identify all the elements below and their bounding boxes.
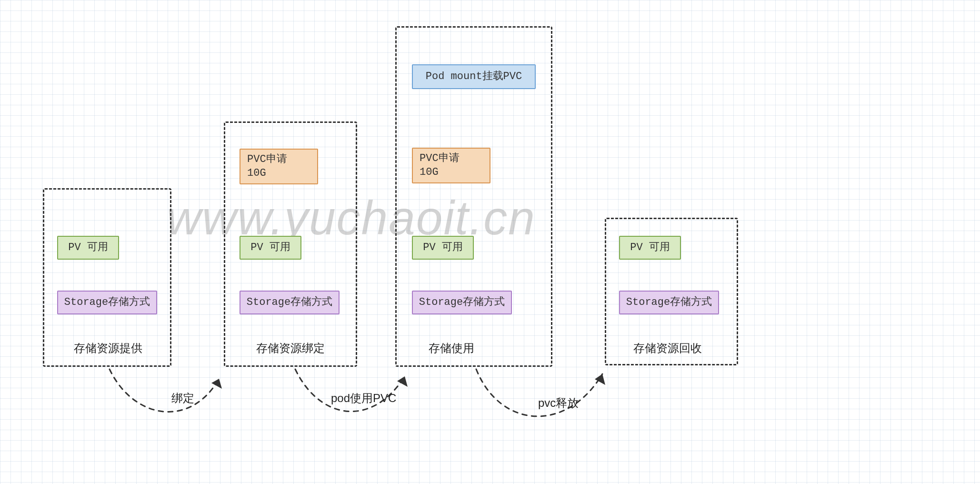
- pv-available-box: PV 可用: [57, 236, 119, 260]
- arrow-label-bind: 绑定: [171, 391, 194, 406]
- stage-provisioning: [43, 188, 171, 367]
- storage-class-box: Storage存储方式: [412, 291, 512, 314]
- pv-available-box: PV 可用: [412, 236, 474, 260]
- arrow-label-pvc-release: pvc释放: [538, 395, 579, 411]
- pvc-request-box: PVC申请 10G: [412, 148, 490, 183]
- storage-class-box: Storage存储方式: [240, 291, 340, 314]
- pv-available-box: PV 可用: [619, 236, 681, 260]
- stage-label-binding: 存储资源绑定: [256, 341, 325, 356]
- pod-mount-box: Pod mount挂载PVC: [412, 64, 536, 89]
- storage-class-box: Storage存储方式: [619, 291, 719, 314]
- stage-label-using: 存储使用: [429, 341, 474, 356]
- storage-class-box: Storage存储方式: [57, 291, 157, 314]
- stage-label-provisioning: 存储资源提供: [74, 341, 142, 356]
- pv-available-box: PV 可用: [240, 236, 301, 260]
- pvc-request-box: PVC申请 10G: [240, 149, 318, 184]
- stage-label-recycling: 存储资源回收: [633, 341, 702, 356]
- arrow-label-pod-use-pvc: pod使用PVC: [331, 391, 396, 406]
